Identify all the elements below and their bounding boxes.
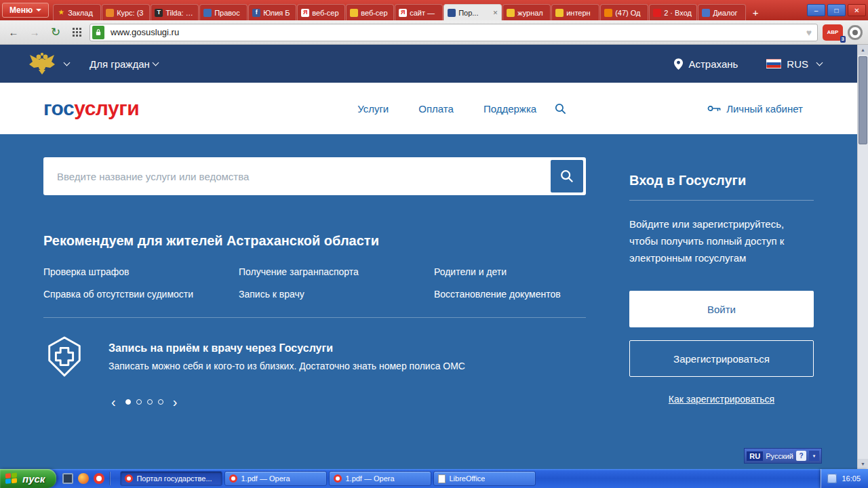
opera-quicklaunch-icon[interactable] <box>94 473 104 484</box>
browser-tab[interactable]: (47) Од <box>600 4 648 20</box>
bookmark-heart-icon[interactable]: ♥ <box>804 27 814 38</box>
personal-account-link[interactable]: Личный кабинет <box>707 103 803 115</box>
header-search-icon[interactable] <box>554 102 567 115</box>
gosuslugi-logo[interactable]: госуслуги <box>43 97 139 120</box>
secure-lock-icon[interactable] <box>92 26 104 39</box>
site-favicon <box>106 9 114 17</box>
browser-menu-button[interactable]: Меню <box>2 3 49 18</box>
recommend-title: Рекомендуем для жителей Астраханской обл… <box>43 233 586 249</box>
service-link-fines[interactable]: Проверка штрафов <box>43 266 239 277</box>
task-button-gosuslugi[interactable]: Портал государстве... <box>120 471 222 486</box>
task-button-pdf1[interactable]: 1.pdf — Opera <box>224 471 327 486</box>
address-field[interactable]: www.gosuslugi.ru ♥ <box>90 24 818 41</box>
task-button-libreoffice[interactable]: LibreOffice <box>433 471 536 486</box>
coat-of-arms-icon <box>27 52 57 76</box>
scrollbar[interactable]: ▲ ▼ <box>857 45 868 469</box>
tab-label: веб-сер <box>312 9 341 17</box>
adblock-icon[interactable]: ABP 3 <box>823 24 843 41</box>
windows-logo-icon <box>5 472 18 485</box>
account-label: Личный кабинет <box>726 103 803 115</box>
reload-button[interactable]: ↻ <box>47 24 64 41</box>
browser-tab[interactable]: 2 · Вход <box>649 4 697 20</box>
browser-tab[interactable]: Курс: (3 <box>102 4 150 20</box>
taskbar-tasks: Портал государстве... 1.pdf — Opera 1.pd… <box>117 471 821 486</box>
yandex-favicon: Я <box>301 9 309 17</box>
nav-link-support[interactable]: Поддержка <box>484 103 536 115</box>
carousel-dots <box>125 399 163 405</box>
language-selector[interactable]: RUS <box>766 58 822 70</box>
tab-label: Юлия Б <box>263 9 292 17</box>
how-to-register-link[interactable]: Как зарегистрироваться <box>629 394 814 405</box>
window-maximize-button[interactable]: □ <box>827 4 846 16</box>
service-link-certificate[interactable]: Справка об отсутствии судимости <box>43 289 239 300</box>
browser-tab[interactable]: Ясайт — <box>395 4 443 20</box>
task-button-pdf2[interactable]: 1.pdf — Opera <box>329 471 431 486</box>
location-selector[interactable]: Астрахань <box>674 58 738 70</box>
scrollbar-thumb[interactable] <box>859 56 867 144</box>
city-label: Астрахань <box>688 58 738 70</box>
browser-tab[interactable]: журнал <box>502 4 551 20</box>
tab-label: Курс: (3 <box>117 9 146 17</box>
speed-dial-icon[interactable] <box>68 24 85 41</box>
language-bar[interactable]: RU Русский ? ▾ <box>744 448 822 464</box>
scroll-down-button[interactable]: ▼ <box>858 459 868 469</box>
coat-of-arms-selector[interactable] <box>27 52 69 76</box>
extension-icon[interactable] <box>848 25 863 40</box>
carousel-dot[interactable] <box>136 399 142 405</box>
tab-label: веб-сер <box>361 9 390 17</box>
nav-link-payment[interactable]: Оплата <box>418 103 454 115</box>
window-close-button[interactable]: ✕ <box>848 4 866 16</box>
site-favicon <box>702 9 710 17</box>
tray-icon[interactable] <box>827 474 837 483</box>
tab-strip: ★Заклад Курс: (3 TTilda: CV Правос fЮлия… <box>53 0 807 20</box>
browser-quicklaunch-icon[interactable] <box>78 473 89 484</box>
browser-tab[interactable]: fЮлия Б <box>248 4 296 20</box>
back-button[interactable]: ← <box>5 24 22 41</box>
tab-close-icon[interactable]: ✕ <box>493 9 498 16</box>
service-search-input[interactable] <box>43 171 551 182</box>
service-link-documents[interactable]: Восстановление документов <box>434 289 586 300</box>
carousel-next-button[interactable]: › <box>173 395 178 409</box>
carousel-dot[interactable] <box>147 399 153 405</box>
language-code-badge: RU <box>747 451 763 461</box>
system-tray: 16:05 <box>821 469 868 488</box>
search-button[interactable] <box>551 160 583 192</box>
audience-selector[interactable]: Для граждан <box>90 58 158 70</box>
service-link-parents[interactable]: Родители и дети <box>434 266 586 277</box>
taskbar-clock: 16:05 <box>842 474 861 483</box>
carousel-dot[interactable] <box>158 399 163 405</box>
langbar-help-button[interactable]: ? <box>796 451 806 461</box>
site-nav: Услуги Оплата Поддержка <box>357 103 536 115</box>
register-button[interactable]: Зарегистрироваться <box>629 340 814 377</box>
key-icon <box>707 104 721 113</box>
carousel-prev-button[interactable]: ‹ <box>111 395 116 409</box>
window-minimize-button[interactable]: – <box>807 4 825 16</box>
show-desktop-icon[interactable] <box>62 473 73 484</box>
new-tab-button[interactable]: + <box>748 5 763 20</box>
start-button[interactable]: пуск <box>0 469 56 488</box>
tab-label: 2 · Вход <box>664 9 693 17</box>
service-link-passport[interactable]: Получение загранпаспорта <box>239 266 434 277</box>
login-button[interactable]: Войти <box>629 291 814 327</box>
site-topbar: Для граждан Астрахань RUS <box>0 45 857 83</box>
promo-banner[interactable]: Запись на приём к врачу через Госуслуги … <box>43 336 586 378</box>
nav-link-services[interactable]: Услуги <box>357 103 389 115</box>
service-link-doctor[interactable]: Запись к врачу <box>239 289 434 300</box>
browser-tab[interactable]: ★Заклад <box>53 4 101 20</box>
browser-tab[interactable]: интерн <box>551 4 599 20</box>
content-divider <box>43 317 586 318</box>
carousel-dot[interactable] <box>125 399 131 405</box>
scroll-up-button[interactable]: ▲ <box>858 45 868 55</box>
browser-tab[interactable]: веб-сер <box>346 4 394 20</box>
login-divider <box>629 200 814 201</box>
banner-text-block: Запись на приём к врачу через Госуслуги … <box>108 342 465 371</box>
forward-button[interactable]: → <box>26 24 43 41</box>
browser-tab[interactable]: Правос <box>199 4 248 20</box>
browser-tab[interactable]: Явеб-сер <box>297 4 345 20</box>
browser-tab[interactable]: Диалог <box>698 4 746 20</box>
browser-tab[interactable]: TTilda: CV <box>151 4 199 20</box>
langbar-options-button[interactable]: ▾ <box>809 451 819 461</box>
tilda-favicon: T <box>155 9 163 17</box>
chevron-down-icon <box>152 59 159 66</box>
browser-tab-active[interactable]: Пор...✕ <box>443 4 502 20</box>
